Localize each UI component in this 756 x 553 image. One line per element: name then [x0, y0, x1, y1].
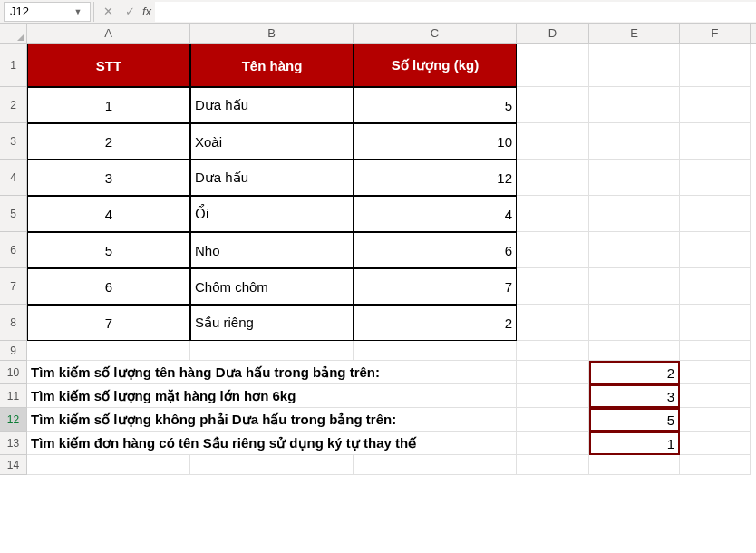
row-header[interactable]: 12	[0, 408, 27, 432]
table-cell-qty[interactable]: 10	[354, 123, 517, 160]
cell[interactable]	[190, 341, 354, 361]
row-header[interactable]: 2	[0, 87, 27, 123]
cell[interactable]	[589, 455, 680, 475]
cell[interactable]	[517, 455, 589, 475]
cell[interactable]	[589, 341, 680, 361]
table-cell-stt[interactable]: 1	[27, 87, 190, 123]
row-header[interactable]: 9	[0, 341, 27, 361]
cell[interactable]	[517, 408, 589, 432]
row-header[interactable]: 6	[0, 232, 27, 268]
query-result[interactable]: 2	[589, 361, 680, 384]
col-header-B[interactable]: B	[190, 24, 354, 43]
cell[interactable]	[589, 268, 680, 305]
table-cell-stt[interactable]: 4	[27, 196, 190, 232]
table-cell-name[interactable]: Ổi	[190, 196, 354, 232]
query-result[interactable]: 3	[589, 384, 680, 408]
table-cell-stt[interactable]: 3	[27, 160, 190, 196]
row-header[interactable]: 14	[0, 455, 27, 475]
fx-icon[interactable]: fx	[142, 5, 151, 18]
cell[interactable]	[517, 160, 589, 196]
query-text[interactable]: Tìm kiếm đơn hàng có tên Sầu riêng sử dụ…	[27, 432, 517, 455]
table-header-name[interactable]: Tên hàng	[190, 44, 354, 87]
cell[interactable]	[680, 305, 751, 341]
cell[interactable]	[680, 160, 751, 196]
cell[interactable]	[517, 196, 589, 232]
row-header[interactable]: 3	[0, 123, 27, 160]
table-header-qty[interactable]: Số lượng (kg)	[354, 44, 517, 87]
name-box[interactable]: J12 ▼	[4, 2, 91, 22]
cell[interactable]	[589, 305, 680, 341]
col-header-E[interactable]: E	[589, 24, 680, 43]
cell[interactable]	[517, 123, 589, 160]
cell[interactable]	[680, 268, 751, 305]
accept-button[interactable]: ✓	[119, 2, 141, 22]
name-box-dropdown[interactable]: ▼	[72, 7, 84, 16]
cell[interactable]	[680, 123, 751, 160]
cell[interactable]	[27, 455, 190, 475]
table-cell-qty[interactable]: 4	[354, 196, 517, 232]
cell[interactable]	[680, 455, 751, 475]
cell[interactable]	[589, 196, 680, 232]
col-header-F[interactable]: F	[680, 24, 751, 43]
table-cell-stt[interactable]: 6	[27, 268, 190, 305]
cell[interactable]	[589, 44, 680, 87]
cell[interactable]	[680, 432, 751, 455]
cell[interactable]	[589, 160, 680, 196]
cell[interactable]	[680, 44, 751, 87]
row-header[interactable]: 13	[0, 432, 27, 455]
cell[interactable]	[680, 341, 751, 361]
cell[interactable]	[354, 455, 517, 475]
cell[interactable]	[680, 232, 751, 268]
cell[interactable]	[680, 87, 751, 123]
row-header[interactable]: 1	[0, 44, 27, 87]
table-header-stt[interactable]: STT	[27, 44, 190, 87]
col-header-D[interactable]: D	[517, 24, 589, 43]
query-text[interactable]: Tìm kiếm số lượng tên hàng Dưa hấu trong…	[27, 361, 517, 384]
cell[interactable]	[517, 384, 589, 408]
query-text[interactable]: Tìm kiếm số lượng không phải Dưa hấu tro…	[27, 408, 517, 432]
cell[interactable]	[680, 196, 751, 232]
cell[interactable]	[680, 408, 751, 432]
cell[interactable]	[354, 341, 517, 361]
cell[interactable]	[589, 232, 680, 268]
cell[interactable]	[517, 268, 589, 305]
cell[interactable]	[517, 341, 589, 361]
query-text[interactable]: Tìm kiếm số lượng mặt hàng lớn hơn 6kg	[27, 384, 517, 408]
formula-input[interactable]	[155, 2, 756, 22]
table-cell-name[interactable]: Sầu riêng	[190, 305, 354, 341]
table-cell-stt[interactable]: 7	[27, 305, 190, 341]
cell[interactable]	[589, 123, 680, 160]
row-header[interactable]: 11	[0, 384, 27, 408]
table-cell-name[interactable]: Nho	[190, 232, 354, 268]
cell[interactable]	[517, 44, 589, 87]
cell[interactable]	[517, 305, 589, 341]
table-cell-name[interactable]: Xoài	[190, 123, 354, 160]
table-cell-qty[interactable]: 5	[354, 87, 517, 123]
select-all-corner[interactable]	[0, 24, 27, 43]
table-cell-qty[interactable]: 2	[354, 305, 517, 341]
cell[interactable]	[190, 455, 354, 475]
row-header[interactable]: 7	[0, 268, 27, 305]
table-cell-name[interactable]: Dưa hấu	[190, 160, 354, 196]
col-header-A[interactable]: A	[27, 24, 190, 43]
cell[interactable]	[589, 87, 680, 123]
cell[interactable]	[517, 432, 589, 455]
table-cell-stt[interactable]: 2	[27, 123, 190, 160]
query-result[interactable]: 1	[589, 432, 680, 455]
cell[interactable]	[517, 232, 589, 268]
cancel-button[interactable]: ✕	[97, 2, 119, 22]
col-header-C[interactable]: C	[354, 24, 517, 43]
table-cell-qty[interactable]: 6	[354, 232, 517, 268]
table-cell-name[interactable]: Chôm chôm	[190, 268, 354, 305]
table-cell-qty[interactable]: 7	[354, 268, 517, 305]
cell[interactable]	[517, 87, 589, 123]
table-cell-qty[interactable]: 12	[354, 160, 517, 196]
cell[interactable]	[680, 361, 751, 384]
row-header[interactable]: 5	[0, 196, 27, 232]
query-result[interactable]: 5	[589, 408, 680, 432]
cell[interactable]	[680, 384, 751, 408]
row-header[interactable]: 10	[0, 361, 27, 384]
table-cell-stt[interactable]: 5	[27, 232, 190, 268]
row-header[interactable]: 4	[0, 160, 27, 196]
row-header[interactable]: 8	[0, 305, 27, 341]
